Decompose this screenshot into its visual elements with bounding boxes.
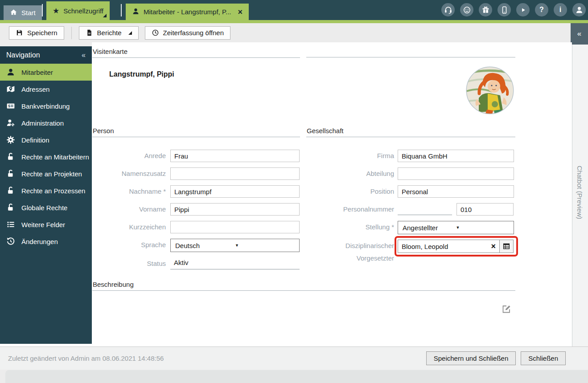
bottom-strip — [5, 370, 588, 383]
lock-icon — [6, 186, 15, 195]
collapse-sidebar-button[interactable]: « — [82, 51, 86, 59]
list-icon — [6, 220, 15, 229]
table-picker-icon — [502, 242, 510, 250]
app-window: Start ★ Schnellzugriff Mitarbeiter - Lan… — [0, 0, 588, 383]
sidebar-item-rechte-mitarbeitern[interactable]: Rechte an Mitarbeitern — [0, 148, 92, 165]
toolbar: Speichern Berichte Zeiterfassung öffnen — [0, 23, 571, 42]
sidebar-item-mitarbeiter[interactable]: Mitarbeiter — [0, 64, 92, 81]
help-glyph: ? — [539, 6, 544, 14]
save-and-close-button[interactable]: Speichern und Schließen — [426, 351, 516, 365]
gear-icon — [6, 135, 15, 144]
field-row-firma: Firma — [306, 150, 514, 162]
last-modified-text: Zuletzt geändert von Admin am 08.06.2021… — [0, 354, 426, 362]
sidebar-item-definition[interactable]: Definition — [0, 131, 92, 148]
vorname-input[interactable] — [170, 203, 300, 216]
sidebar-item-rechte-prozessen[interactable]: Rechte an Prozessen — [0, 182, 92, 199]
sidebar-item-weitere-felder[interactable]: Weitere Felder — [0, 216, 92, 233]
section-person: Person — [92, 127, 300, 137]
nachname-input[interactable] — [170, 185, 300, 198]
edit-description-button[interactable] — [501, 304, 512, 314]
stellung-value: Angestellter — [403, 224, 456, 232]
anrede-input[interactable] — [170, 150, 300, 162]
gift-icon[interactable] — [479, 3, 492, 16]
tab-separator — [42, 4, 43, 16]
status-bar: Zuletzt geändert von Admin am 08.06.2021… — [0, 346, 588, 370]
tab-label: Schnellzugriff — [63, 7, 103, 15]
tab-start[interactable]: Start — [4, 5, 42, 20]
star-icon: ★ — [53, 7, 59, 15]
user-account-icon[interactable] — [572, 3, 586, 16]
field-row-anrede: Anrede — [92, 150, 300, 162]
sidebar-item-aenderungen[interactable]: Änderungen — [0, 233, 92, 250]
navigation-sidebar: Navigation « Mitarbeiter Adressen $ Bank… — [0, 46, 92, 344]
tab-dropdown-icon[interactable] — [103, 14, 107, 17]
field-row-personalnummer: Personalnummer — [306, 203, 514, 216]
chevron-down-icon: ▼ — [235, 243, 295, 248]
lock-icon — [6, 169, 15, 178]
field-row-nachname: Nachname * — [92, 185, 300, 198]
save-icon — [16, 29, 23, 37]
stellung-select[interactable]: Angestellter ▼ — [398, 221, 514, 234]
headset-icon[interactable] — [441, 3, 455, 16]
field-row-sprache: Sprache Deutsch ▼ — [92, 239, 300, 252]
smiley-icon[interactable] — [460, 3, 473, 16]
reports-button[interactable]: Berichte — [79, 26, 139, 40]
home-icon — [10, 8, 17, 17]
tab-mitarbeiter[interactable]: Mitarbeiter - Langstrumpf, P... × — [126, 4, 249, 20]
position-label: Position — [306, 185, 394, 198]
vorname-label: Vorname — [92, 203, 166, 216]
nachname-label: Nachname * — [92, 185, 166, 198]
tab-schnellzugriff[interactable]: ★ Schnellzugriff — [46, 1, 110, 20]
firma-input[interactable] — [398, 150, 514, 162]
edit-pencil-icon — [501, 304, 512, 314]
personalnummer-input[interactable] — [456, 203, 514, 216]
sidebar-item-administration[interactable]: Administration — [0, 114, 92, 131]
reports-label: Berichte — [97, 29, 122, 37]
abteilung-input[interactable] — [398, 167, 514, 180]
chatbot-rail[interactable]: Chatbot (Preview) — [572, 45, 588, 346]
play-icon[interactable] — [516, 3, 530, 16]
help-icon[interactable]: ? — [535, 3, 548, 16]
sidebar-item-globale-rechte[interactable]: Globale Rechte — [0, 199, 92, 216]
timetracking-label: Zeiterfassung öffnen — [163, 29, 224, 37]
gesellschaft-fields: Firma Abteilung Position Personalnummer … — [306, 150, 514, 265]
report-document-icon — [86, 29, 93, 37]
vorgesetzter-picker-button[interactable] — [500, 240, 514, 253]
sprache-label: Sprache — [92, 239, 166, 251]
navigation-title: Navigation — [6, 51, 40, 59]
sidebar-item-bankverbindung[interactable]: $ Bankverbindung — [0, 98, 92, 114]
sidebar-item-rechte-projekten[interactable]: Rechte an Projekten — [0, 165, 92, 182]
status-value: Aktiv — [170, 257, 300, 269]
sprache-value: Deutsch — [175, 242, 235, 249]
section-beschreibung: Beschreibung — [92, 281, 515, 291]
section-gesellschaft: Gesellschaft — [306, 127, 515, 137]
info-icon[interactable]: i — [554, 3, 567, 16]
save-button[interactable]: Speichern — [9, 26, 64, 40]
position-input[interactable] — [398, 185, 514, 198]
timetracking-button[interactable]: Zeiterfassung öffnen — [145, 26, 230, 40]
toolbar-divider — [71, 27, 72, 39]
lock-icon — [6, 152, 15, 161]
save-label: Speichern — [27, 29, 58, 37]
sidebar-item-adressen[interactable]: Adressen — [0, 81, 92, 98]
chevron-down-icon: ▼ — [456, 225, 510, 230]
tab-bar: Start ★ Schnellzugriff Mitarbeiter - Lan… — [0, 0, 588, 20]
tab-separator — [121, 4, 122, 16]
employee-photo — [465, 66, 515, 115]
user-icon — [132, 8, 140, 16]
sprache-select[interactable]: Deutsch ▼ — [170, 239, 300, 252]
close-icon[interactable]: × — [238, 8, 243, 16]
user-gear-icon — [6, 118, 15, 127]
namenszusatz-input[interactable] — [170, 167, 300, 180]
vorgesetzter-input[interactable]: Bloom, Leopold × — [398, 240, 500, 253]
status-label: Status — [92, 257, 166, 270]
personalnummer-label: Personalnummer — [306, 203, 394, 216]
kurzzeichen-input[interactable] — [170, 221, 300, 233]
chatbot-rail-label: Chatbot (Preview) — [576, 166, 584, 219]
phone-icon[interactable] — [498, 3, 511, 16]
abteilung-label: Abteilung — [306, 167, 394, 180]
clear-icon[interactable]: × — [491, 242, 496, 250]
section-line — [306, 48, 515, 57]
collapse-panel-button[interactable]: « — [571, 23, 588, 45]
close-button[interactable]: Schließen — [521, 351, 566, 365]
